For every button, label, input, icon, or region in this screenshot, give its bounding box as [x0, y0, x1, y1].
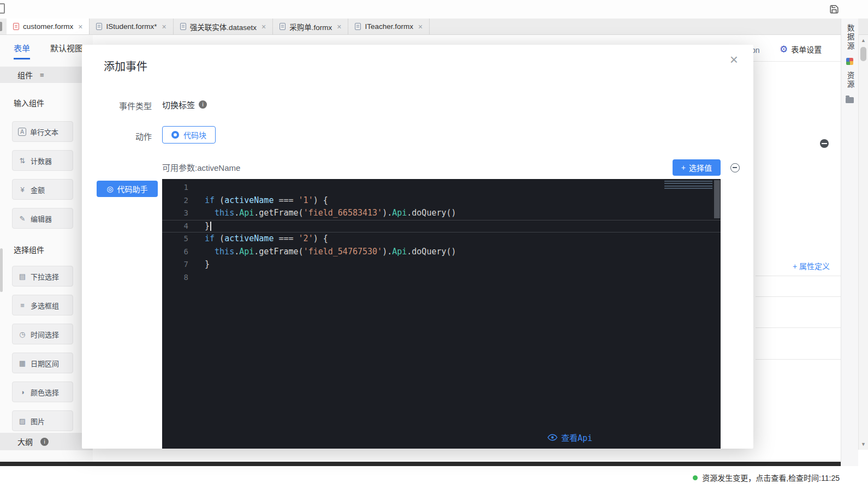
view-api-label: 查看Api [561, 432, 592, 443]
components-section-header: 组件 ≡ [0, 67, 93, 83]
tab-label: ITeacher.formx [365, 22, 413, 31]
component-dropdown[interactable]: ▤ 下拉选择 [12, 266, 73, 287]
line-number: 3 [162, 207, 188, 220]
component-single-line-text[interactable]: A 单行文本 [12, 121, 73, 142]
editor-minimap[interactable] [664, 181, 712, 190]
page-scrollbar-thumb[interactable] [860, 47, 866, 61]
datasource-panel-toggle[interactable]: 数据源 [845, 24, 855, 51]
component-amount[interactable]: ¥ 金额 [12, 179, 73, 200]
code-line[interactable]: 4} [162, 220, 721, 233]
radio-selected-icon [171, 131, 179, 139]
line-number: 7 [162, 258, 188, 271]
tab-form[interactable]: 表单 [14, 42, 30, 59]
status-message[interactable]: 资源发生变更，点击查看,检查时间:11:25 [702, 472, 840, 483]
code-editor[interactable]: 12if (activeName === '1') {3 this.Api.ge… [162, 179, 721, 449]
save-icon [829, 4, 839, 14]
editor-scrollbar[interactable] [714, 179, 721, 449]
component-label: 下拉选择 [31, 271, 59, 282]
view-api-link[interactable]: 查看Api [548, 432, 592, 443]
form-file-icon [355, 23, 361, 30]
add-property-link[interactable]: + 属性定义 [793, 260, 830, 271]
tab-dataset[interactable]: 强关联实体.datasetx × [174, 19, 273, 34]
currency-icon: ¥ [18, 186, 27, 194]
code-line[interactable]: 8 [162, 271, 721, 284]
component-label: 单行文本 [30, 127, 58, 137]
close-icon[interactable]: × [261, 23, 266, 31]
dropdown-icon: ▤ [18, 272, 27, 281]
resource-grid-icon[interactable] [846, 58, 853, 65]
file-tab-bar: customer.formx × IStudent.formx* × 强关联实体… [0, 19, 868, 35]
select-value-button[interactable]: + 选择值 [673, 159, 721, 176]
close-icon[interactable]: × [418, 23, 423, 31]
code-line[interactable]: 3 this.Api.getFrame('field_66583413').Ap… [162, 207, 721, 220]
code-line[interactable]: 7} [162, 258, 721, 271]
image-icon: ▨ [18, 417, 27, 425]
form-settings-button[interactable]: ⚙ 表单设置 [780, 44, 822, 55]
scroll-down-arrow[interactable]: ▼ [859, 442, 868, 447]
outline-section-header[interactable]: 大纲 i [0, 433, 93, 450]
tabbar-edge-fragment [0, 22, 2, 31]
window-icon-partial [0, 3, 5, 14]
property-row-divider [756, 359, 841, 360]
component-time-picker[interactable]: ◷ 时间选择 [12, 324, 73, 344]
editor-scrollbar-thumb[interactable] [714, 180, 720, 218]
component-checkbox-group[interactable]: ≡ 多选框组 [12, 295, 73, 315]
close-icon[interactable]: × [162, 23, 167, 31]
editor-icon: ✎ [18, 214, 27, 223]
close-icon[interactable]: × [337, 23, 341, 31]
tab-istudent-formx[interactable]: IStudent.formx* × [90, 19, 173, 34]
code-lines[interactable]: 12if (activeName === '1') {3 this.Api.ge… [162, 181, 721, 284]
code-block-radio[interactable]: 代码块 [162, 126, 216, 144]
dialog-close-icon[interactable]: × [730, 52, 738, 67]
code-line[interactable]: 1 [162, 181, 721, 194]
panel-scrollbar-thumb[interactable] [0, 248, 3, 292]
component-label: 多选框组 [31, 300, 59, 311]
component-counter[interactable]: ⇅ 计数器 [12, 150, 73, 171]
tab-label: 采购单.formx [289, 21, 332, 32]
component-color-picker[interactable]: ◑ 颜色选择 [12, 381, 73, 402]
available-params-hint: 可用参数:activeName [162, 162, 240, 173]
component-label: 编辑器 [31, 213, 52, 224]
canvas-bottom-edge [0, 462, 841, 466]
code-helper-label: 代码助手 [117, 183, 148, 194]
text-icon: A [18, 128, 26, 136]
line-number: 6 [162, 246, 188, 259]
code-block-radio-label: 代码块 [183, 129, 206, 140]
code-line[interactable]: 6 this.Api.getFrame('field_54767530').Ap… [162, 246, 721, 259]
code-helper-button[interactable]: ◎ 代码助手 [97, 181, 158, 197]
tab-customer-formx[interactable]: customer.formx × [7, 19, 90, 34]
component-image[interactable]: ▨ 图片 [12, 410, 73, 431]
close-icon[interactable]: × [78, 23, 82, 31]
save-button[interactable] [829, 4, 840, 15]
component-date-range[interactable]: ▦ 日期区间 [12, 353, 73, 373]
checkbox-group-icon: ≡ [18, 301, 27, 309]
scroll-up-arrow[interactable]: ▲ [859, 38, 868, 43]
right-resource-strip: 数据源 资源 [841, 19, 858, 466]
component-label: 颜色选择 [31, 387, 59, 397]
info-icon[interactable]: i [40, 438, 49, 446]
tab-default-view[interactable]: 默认视图 [50, 42, 83, 59]
info-icon[interactable]: i [199, 100, 207, 109]
page-scrollbar[interactable]: ▲ ▼ [858, 35, 868, 450]
menu-icon[interactable]: ≡ [40, 71, 44, 79]
clock-icon: ◷ [18, 330, 27, 338]
resource-panel-toggle[interactable]: 资源 [845, 71, 855, 90]
form-settings-label: 表单设置 [791, 44, 822, 55]
event-type-value: 切换标签 [162, 99, 195, 110]
property-row-divider [756, 296, 841, 297]
components-header-label: 组件 [17, 69, 33, 80]
group-title-select: 选择组件 [14, 244, 44, 255]
tab-label: customer.formx [23, 22, 73, 31]
component-editor[interactable]: ✎ 编辑器 [12, 208, 73, 229]
code-line[interactable]: 5if (activeName === '2') { [162, 232, 721, 246]
tab-iteacher-formx[interactable]: ITeacher.formx × [348, 19, 430, 34]
select-value-label: 选择值 [689, 162, 712, 173]
remove-minus-icon[interactable] [730, 163, 740, 172]
folder-icon[interactable] [846, 97, 854, 103]
collapse-minus-icon[interactable] [820, 139, 829, 148]
code-line[interactable]: 2if (activeName === '1') { [162, 194, 721, 207]
component-label: 图片 [31, 416, 45, 426]
form-file-icon [13, 23, 19, 30]
tab-purchase-formx[interactable]: 采购单.formx × [273, 19, 348, 34]
line-number: 2 [162, 194, 188, 207]
